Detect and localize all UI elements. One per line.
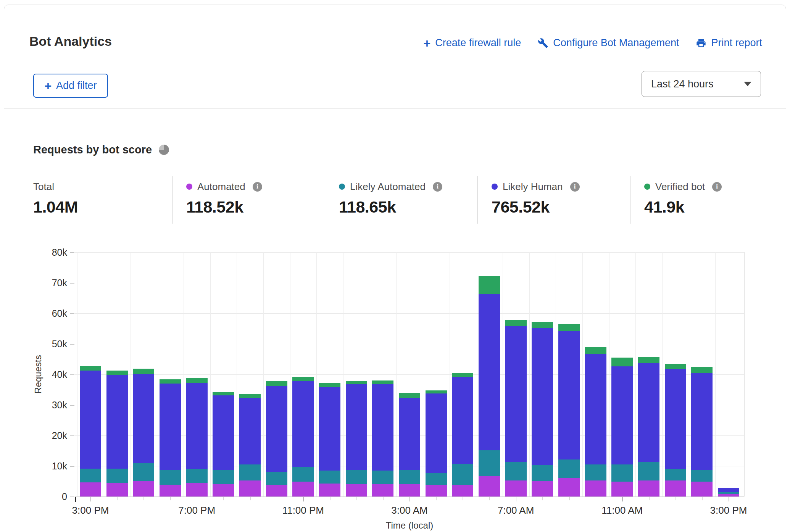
stat-divider bbox=[172, 176, 173, 224]
bar-segment-likely-automated bbox=[399, 470, 420, 484]
chart-bar[interactable] bbox=[426, 390, 447, 497]
add-filter-button[interactable]: + Add filter bbox=[33, 74, 108, 98]
time-range-dropdown[interactable]: Last 24 hours bbox=[642, 71, 761, 97]
chart-bar[interactable] bbox=[80, 366, 101, 497]
stat-value-likely-automated: 118.65k bbox=[339, 198, 442, 216]
chart-bar[interactable] bbox=[691, 367, 713, 497]
bar-segment-likely-human bbox=[133, 374, 154, 463]
bar-segment-verified-bot bbox=[346, 381, 367, 384]
bar-segment-likely-human bbox=[505, 326, 527, 462]
bar-segment-likely-automated bbox=[479, 450, 500, 476]
stat-automated: Automatedi118.52k bbox=[186, 181, 262, 216]
time-range-value: Last 24 hours bbox=[651, 78, 714, 90]
stat-value-verified-bot: 41.9k bbox=[644, 198, 722, 216]
chart-bar[interactable] bbox=[160, 379, 181, 497]
bar-segment-likely-human bbox=[239, 398, 261, 464]
chart-bar[interactable] bbox=[266, 381, 287, 497]
stat-total: Total1.04M bbox=[33, 181, 78, 216]
info-icon[interactable]: i bbox=[712, 182, 722, 192]
bar-segment-automated bbox=[479, 476, 500, 497]
section-heading-row: Requests by bot score bbox=[33, 143, 169, 156]
chart-bar[interactable] bbox=[479, 276, 500, 497]
bar-segment-automated bbox=[611, 482, 633, 497]
chart-bar[interactable] bbox=[186, 378, 208, 497]
info-icon[interactable]: i bbox=[433, 182, 442, 192]
bar-segment-likely-human bbox=[213, 395, 234, 469]
chart-bar[interactable] bbox=[532, 322, 553, 497]
stat-value-automated: 118.52k bbox=[186, 198, 262, 216]
bar-segment-verified-bot bbox=[479, 276, 500, 294]
bar-segment-automated bbox=[665, 480, 686, 497]
chart-bar[interactable] bbox=[638, 357, 659, 497]
chart-bar[interactable] bbox=[452, 373, 473, 497]
chart-bar[interactable] bbox=[505, 320, 527, 497]
bar-segment-automated bbox=[186, 483, 208, 497]
chart-bar[interactable] bbox=[665, 364, 686, 497]
create-firewall-rule-link[interactable]: + Create firewall rule bbox=[423, 37, 521, 49]
chart-bar[interactable] bbox=[133, 369, 154, 497]
info-icon[interactable]: i bbox=[253, 182, 262, 192]
bar-segment-verified-bot bbox=[292, 377, 314, 381]
bar-segment-likely-automated bbox=[266, 472, 287, 485]
chart-bar[interactable] bbox=[399, 393, 420, 497]
bar-segment-automated bbox=[532, 481, 553, 497]
bar-segment-automated bbox=[106, 483, 128, 497]
bar-segment-likely-automated bbox=[213, 470, 234, 484]
chart-bar[interactable] bbox=[585, 347, 606, 497]
bar-segment-automated bbox=[160, 485, 181, 497]
stat-value-likely-human: 765.52k bbox=[492, 198, 580, 216]
bar-segment-verified-bot bbox=[585, 347, 606, 354]
bar-segment-automated bbox=[426, 485, 447, 497]
bar-segment-likely-automated bbox=[319, 471, 340, 484]
bar-segment-likely-automated bbox=[665, 469, 686, 480]
configure-bot-management-link[interactable]: Configure Bot Management bbox=[538, 37, 679, 49]
bar-segment-likely-automated bbox=[372, 471, 393, 484]
plus-icon: + bbox=[44, 81, 52, 91]
chart-bar[interactable] bbox=[611, 358, 633, 497]
chart-bar[interactable] bbox=[372, 380, 393, 497]
chart-bar[interactable] bbox=[558, 324, 580, 497]
bar-segment-likely-human bbox=[426, 393, 447, 474]
bar-segment-automated bbox=[372, 484, 393, 497]
chart-bar[interactable] bbox=[213, 392, 234, 497]
bar-segment-verified-bot bbox=[505, 320, 527, 327]
bar-segment-verified-bot bbox=[691, 367, 713, 373]
bar-segment-verified-bot bbox=[399, 393, 420, 398]
chart-bar[interactable] bbox=[346, 381, 367, 497]
bar-segment-verified-bot bbox=[558, 324, 580, 331]
legend-dot-verified-bot bbox=[644, 184, 650, 190]
stat-divider bbox=[477, 176, 478, 224]
bar-segment-likely-human bbox=[346, 384, 367, 470]
bar-segment-likely-automated bbox=[505, 462, 527, 481]
bar-segment-automated bbox=[505, 480, 527, 497]
bar-segment-likely-automated bbox=[239, 464, 261, 480]
chart-bar[interactable] bbox=[319, 383, 340, 497]
bar-segment-automated bbox=[266, 485, 287, 497]
bar-segment-verified-bot bbox=[160, 379, 181, 384]
chart-bar[interactable] bbox=[292, 377, 314, 497]
bar-segment-automated bbox=[80, 482, 101, 497]
bar-segment-verified-bot bbox=[186, 378, 208, 383]
stat-label-automated: Automated bbox=[197, 181, 245, 193]
bar-segment-verified-bot bbox=[319, 383, 340, 387]
chart-bar[interactable] bbox=[239, 394, 261, 497]
stat-likely-human: Likely Humani765.52k bbox=[492, 181, 580, 216]
bar-segment-automated bbox=[718, 494, 739, 497]
card-header: Bot Analytics + Create firewall rule Con… bbox=[4, 5, 786, 108]
stat-label-likely-human: Likely Human bbox=[503, 181, 563, 193]
chart-bar[interactable] bbox=[718, 488, 739, 497]
print-report-link[interactable]: Print report bbox=[696, 37, 762, 49]
bar-segment-verified-bot bbox=[266, 381, 287, 385]
bar-segment-verified-bot bbox=[452, 373, 473, 377]
bar-segment-verified-bot bbox=[213, 392, 234, 396]
info-icon[interactable]: i bbox=[570, 182, 580, 192]
bar-segment-verified-bot bbox=[106, 371, 128, 374]
bar-segment-likely-automated bbox=[160, 470, 181, 485]
add-filter-label: Add filter bbox=[56, 80, 97, 92]
header-actions: + Create firewall rule Configure Bot Man… bbox=[423, 37, 762, 49]
chart-bar[interactable] bbox=[106, 371, 128, 497]
legend-dot-likely-human bbox=[492, 184, 498, 190]
bar-segment-likely-automated bbox=[585, 464, 606, 480]
bar-segment-likely-human bbox=[399, 398, 420, 470]
bar-segment-automated bbox=[558, 478, 580, 497]
